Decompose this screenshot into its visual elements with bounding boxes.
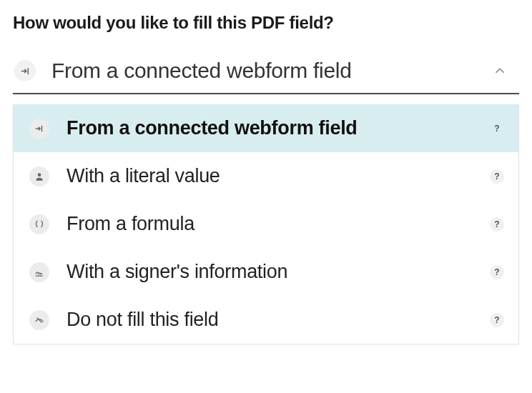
person-icon	[29, 166, 49, 186]
option-literal-value[interactable]: With a literal value ?	[14, 152, 518, 200]
help-icon[interactable]: ?	[490, 121, 504, 136]
dropdown-selected-label: From a connected webform field	[51, 59, 492, 83]
option-label: Do not fill this field	[66, 309, 490, 331]
help-icon[interactable]: ?	[490, 265, 504, 279]
braces-icon	[29, 214, 49, 234]
arrow-into-icon	[14, 60, 36, 81]
option-signer-info[interactable]: With a signer's information ?	[14, 248, 518, 296]
svg-point-0	[38, 173, 41, 176]
arrow-into-icon	[29, 119, 49, 139]
dropdown-header[interactable]: From a connected webform field	[13, 53, 519, 94]
option-connected-webform[interactable]: From a connected webform field ?	[14, 104, 518, 152]
no-entry-icon	[29, 310, 49, 330]
help-icon[interactable]: ?	[490, 217, 504, 232]
option-label: With a literal value	[66, 165, 490, 187]
help-icon[interactable]: ?	[490, 313, 504, 327]
signature-icon	[29, 262, 49, 282]
option-label: With a signer's information	[66, 261, 490, 283]
option-do-not-fill[interactable]: Do not fill this field ?	[14, 296, 518, 344]
chevron-up-icon	[492, 63, 512, 79]
help-icon[interactable]: ?	[490, 169, 504, 184]
dropdown-options-list: From a connected webform field ? With a …	[13, 104, 519, 344]
option-formula[interactable]: From a formula ?	[14, 200, 518, 248]
option-label: From a formula	[66, 213, 490, 235]
option-label: From a connected webform field	[66, 117, 490, 139]
page-title: How would you like to fill this PDF fiel…	[13, 13, 519, 33]
